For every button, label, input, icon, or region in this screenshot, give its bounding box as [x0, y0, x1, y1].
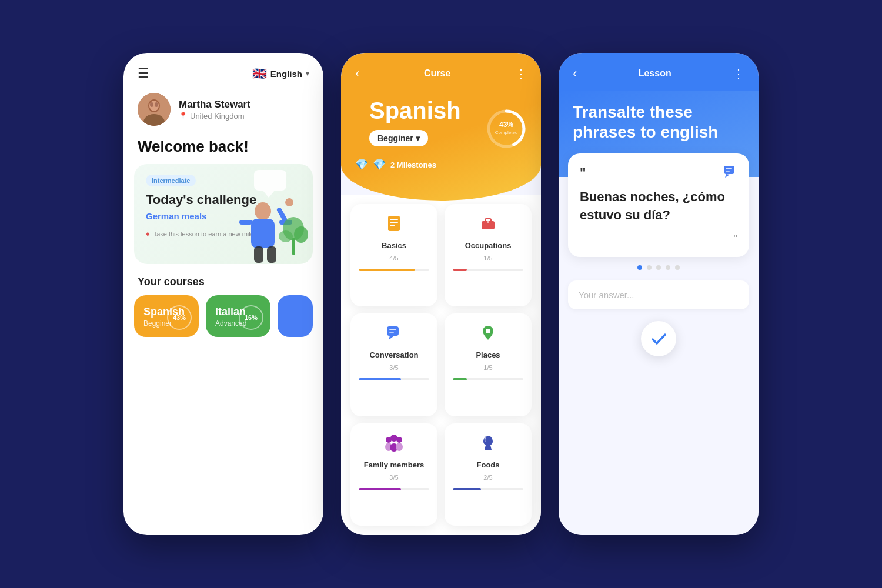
page-title: Lesson: [639, 68, 671, 79]
svg-point-35: [486, 329, 490, 333]
lesson-progress-bar: [359, 269, 429, 271]
lesson-count: 2/5: [483, 474, 492, 481]
hamburger-icon[interactable]: ☰: [138, 66, 149, 81]
answer-input[interactable]: Your answer...: [568, 280, 749, 309]
courses-title: Your courses: [123, 264, 323, 295]
close-quote-icon: ": [580, 233, 737, 245]
svg-marker-43: [725, 174, 730, 178]
courses-row: Spanish Begginer 43% Italian Advanced 16…: [123, 295, 323, 337]
svg-point-19: [279, 230, 293, 242]
lesson-conversation[interactable]: Conversation 3/5: [350, 313, 437, 416]
open-quote-icon: ": [580, 165, 586, 181]
submit-button[interactable]: [641, 321, 676, 356]
lesson-places[interactable]: Places 1/5: [445, 313, 532, 416]
lesson-count: 1/5: [483, 255, 492, 262]
back-button[interactable]: ‹: [573, 66, 577, 81]
welcome-message: Welcome back!: [123, 135, 323, 164]
dot-4[interactable]: [666, 265, 670, 270]
svg-marker-7: [263, 191, 275, 198]
svg-point-13: [285, 198, 293, 206]
svg-rect-30: [487, 221, 489, 223]
avatar-image: [138, 93, 171, 126]
svg-rect-6: [254, 170, 286, 191]
lesson-count: 3/5: [389, 364, 398, 371]
svg-text:Completed: Completed: [495, 130, 518, 135]
svg-rect-26: [390, 222, 398, 223]
lesson-name: Family members: [364, 460, 425, 469]
lesson-progress-bar: [453, 488, 523, 490]
lesson-foods[interactable]: Foods 2/5: [445, 423, 532, 526]
lesson-occupations[interactable]: Occupations 1/5: [445, 204, 532, 306]
course-progress: 16%: [239, 305, 263, 330]
diamond-icon: ♦: [146, 229, 150, 238]
dot-5[interactable]: [675, 265, 680, 270]
svg-rect-27: [390, 225, 395, 226]
course-italian[interactable]: Italian Advanced 16%: [206, 295, 270, 337]
svg-text:43%: 43%: [499, 121, 513, 129]
avatar: [138, 93, 171, 126]
svg-rect-25: [390, 219, 398, 220]
profile-section: Martha Stewart 📍 United Kingdom: [123, 87, 323, 135]
svg-point-8: [255, 202, 271, 220]
course-spanish[interactable]: Spanish Begginer 43%: [134, 295, 199, 337]
lesson-family[interactable]: Family members 3/5: [350, 423, 437, 526]
svg-rect-42: [724, 166, 734, 174]
lesson-name: Occupations: [465, 241, 512, 250]
more-options-icon[interactable]: ⋮: [733, 66, 744, 81]
svg-point-5: [155, 102, 158, 107]
lesson-progress-bar: [453, 378, 523, 380]
chevron-down-icon: ▾: [306, 70, 309, 78]
dot-2[interactable]: [647, 265, 652, 270]
screens-container: ☰ 🇬🇧 English ▾: [123, 53, 759, 535]
dots-navigation: [568, 257, 749, 276]
lesson-body: " Buenas noches, ¿cómo estuvo su día? " …: [559, 177, 759, 535]
p1-header: ☰ 🇬🇧 English ▾: [123, 53, 323, 87]
document-icon: [385, 215, 403, 236]
svg-rect-31: [387, 326, 399, 336]
challenge-card[interactable]: Intermediate Today's challenge German me…: [134, 164, 313, 264]
lesson-name: Foods: [477, 460, 500, 469]
gem-icon-1: 💎: [355, 158, 368, 171]
svg-marker-32: [389, 336, 393, 340]
chat-bubble-icon: [723, 165, 737, 181]
language-label: English: [270, 69, 302, 79]
milestones-label: 2 Milestones: [390, 161, 436, 169]
profile-info: Martha Stewart 📍 United Kingdom: [179, 99, 250, 121]
dot-1[interactable]: [637, 265, 642, 270]
page-title: Curse: [424, 68, 450, 79]
lesson-count: 1/5: [483, 364, 492, 371]
course-progress: 43%: [167, 305, 192, 330]
lesson-progress-bar: [359, 488, 429, 490]
svg-rect-34: [389, 332, 394, 333]
more-options-icon[interactable]: ⋮: [515, 66, 527, 81]
dot-3[interactable]: [656, 265, 661, 270]
challenge-illustration: [219, 167, 313, 264]
svg-rect-10: [239, 220, 252, 225]
phrase-card: " Buenas noches, ¿cómo estuvo su día? ": [568, 153, 749, 257]
lesson-instruction: Transalte these phrases to english: [573, 102, 744, 142]
lesson-count: 4/5: [389, 255, 398, 262]
svg-rect-44: [726, 168, 732, 169]
svg-point-18: [294, 226, 308, 243]
level-button[interactable]: Begginer ▾: [369, 130, 428, 146]
svg-rect-15: [267, 246, 276, 263]
lessons-grid: Basics 4/5 Occupations 1/5: [341, 195, 541, 535]
spanish-phrase: Buenas noches, ¿cómo estuvo su día?: [580, 188, 737, 225]
phone-2: ‹ Curse ⋮ Spanish Begginer ▾ 43% Complet…: [341, 53, 541, 535]
svg-point-4: [150, 102, 153, 107]
back-button[interactable]: ‹: [355, 66, 359, 81]
progress-ring: 43% Completed: [486, 108, 527, 149]
svg-point-38: [396, 437, 402, 443]
svg-rect-33: [389, 329, 396, 330]
lesson-progress-bar: [453, 269, 523, 271]
p3-header: ‹ Lesson ⋮: [559, 53, 759, 91]
submit-section: [568, 321, 749, 356]
difficulty-badge: Intermediate: [146, 175, 196, 186]
svg-rect-45: [726, 171, 730, 172]
svg-point-41: [396, 443, 403, 451]
lesson-basics[interactable]: Basics 4/5: [350, 204, 437, 306]
lesson-name: Places: [476, 350, 500, 359]
language-selector[interactable]: 🇬🇧 English ▾: [252, 66, 309, 81]
course-extra[interactable]: [278, 295, 313, 337]
family-icon: [384, 434, 404, 456]
